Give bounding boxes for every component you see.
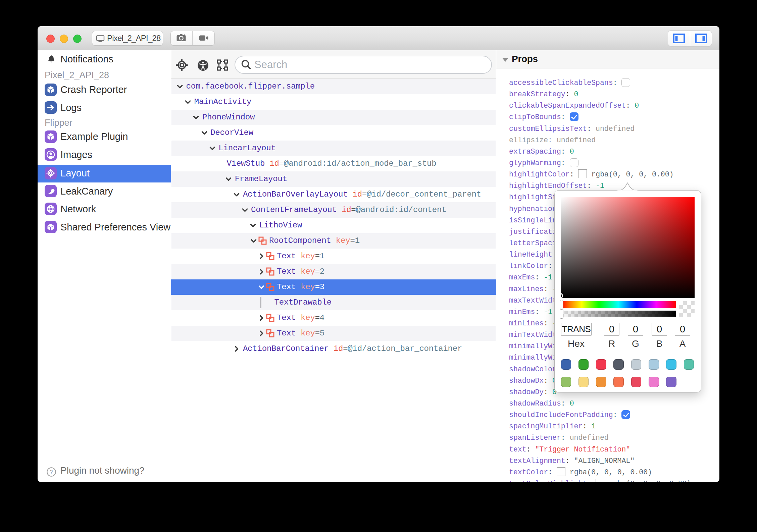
svg-text:?: ? <box>50 469 53 475</box>
